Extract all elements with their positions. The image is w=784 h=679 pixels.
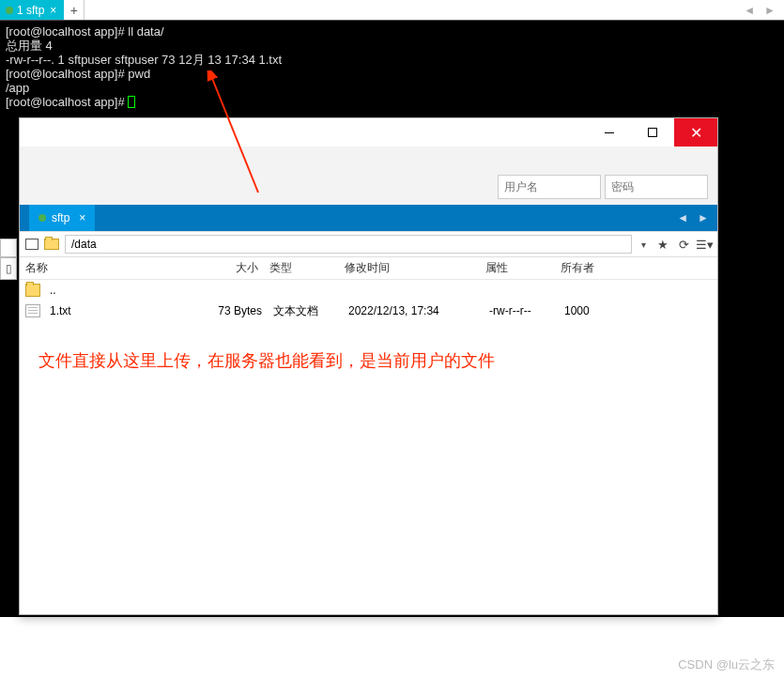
header-size[interactable]: 大小: [198, 260, 264, 276]
tab-next-icon[interactable]: ►: [695, 211, 712, 224]
terminal-tab-bar: 1 sftp × + ◄ ►: [0, 0, 784, 21]
maximize-button[interactable]: [631, 118, 674, 147]
close-icon[interactable]: ×: [48, 4, 58, 17]
list-item[interactable]: 1.txt 73 Bytes 文本文档 2022/12/13, 17:34 -r…: [20, 301, 717, 321]
add-tab-button[interactable]: +: [64, 0, 85, 20]
terminal-tab-label: 1 sftp: [17, 4, 44, 17]
folder-icon: [25, 284, 40, 297]
side-panel-toggle-bottom[interactable]: ▯: [0, 257, 17, 280]
terminal-cursor: [128, 96, 135, 108]
view-options-icon[interactable]: ☰▾: [697, 237, 712, 252]
minimize-button[interactable]: [588, 118, 631, 147]
sftp-tab-label: sftp: [52, 211, 69, 224]
sftp-tab-bar: sftp × ◄ ►: [20, 205, 717, 231]
tab-prev-icon[interactable]: ◄: [674, 211, 691, 224]
header-date[interactable]: 修改时间: [339, 260, 480, 276]
file-icon: [25, 304, 40, 317]
connection-status-icon: [6, 7, 13, 14]
bookmark-icon[interactable]: ★: [655, 237, 670, 252]
side-panel-toggle-top[interactable]: [0, 239, 17, 257]
column-headers[interactable]: 名称 大小 类型 修改时间 属性 所有者: [20, 257, 717, 280]
close-button[interactable]: ✕: [674, 118, 717, 147]
file-list[interactable]: 名称 大小 类型 修改时间 属性 所有者 .. 1.txt 73 Bytes 文…: [20, 257, 717, 614]
path-bar: ▾ ★ ⟳ ☰▾: [20, 231, 717, 257]
terminal-tab-nav: ◄ ►: [741, 0, 784, 21]
nav-pane-icon[interactable]: [25, 239, 38, 250]
refresh-icon[interactable]: ⟳: [676, 237, 691, 252]
tab-next-icon[interactable]: ►: [761, 4, 778, 17]
sftp-window: ✕ sftp × ◄ ► ▾ ★ ⟳ ☰▾ 名称 大小 类型 修改时间: [19, 117, 718, 615]
username-field[interactable]: [498, 175, 601, 199]
list-item[interactable]: ..: [20, 280, 717, 301]
header-attr[interactable]: 属性: [480, 260, 555, 276]
connection-toolbar: [20, 147, 717, 205]
header-owner[interactable]: 所有者: [555, 260, 621, 276]
tab-prev-icon[interactable]: ◄: [741, 4, 758, 17]
watermark: CSDN @lu云之东: [678, 656, 775, 673]
annotation-text: 文件直接从这里上传，在服务器也能看到，是当前用户的文件: [20, 321, 717, 400]
sftp-tab-nav: ◄ ►: [674, 205, 717, 231]
header-name[interactable]: 名称: [20, 260, 198, 276]
header-type[interactable]: 类型: [264, 260, 339, 276]
sftp-tab-active[interactable]: sftp ×: [29, 205, 95, 231]
path-input[interactable]: [65, 235, 632, 254]
close-icon[interactable]: ×: [75, 211, 85, 224]
folder-icon: [44, 239, 59, 250]
path-dropdown-icon[interactable]: ▾: [638, 239, 650, 250]
password-field[interactable]: [605, 175, 708, 199]
connection-status-icon: [38, 214, 46, 222]
window-titlebar: ✕: [20, 118, 717, 147]
terminal-tab-active[interactable]: 1 sftp ×: [0, 0, 64, 20]
